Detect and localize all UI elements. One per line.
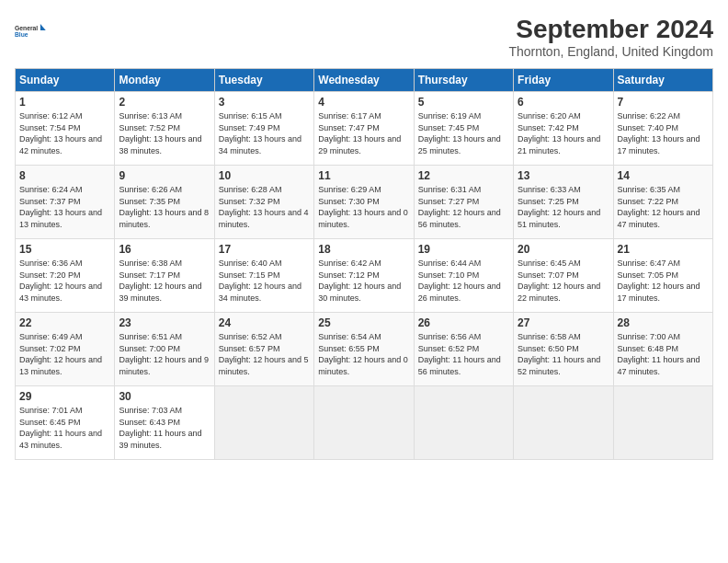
calendar-cell: 13Sunrise: 6:33 AMSunset: 7:25 PMDayligh…	[514, 166, 613, 239]
day-info: Sunrise: 6:24 AMSunset: 7:37 PMDaylight:…	[19, 184, 110, 230]
day-number: 5	[418, 96, 509, 109]
calendar-table: Sunday Monday Tuesday Wednesday Thursday…	[15, 68, 713, 460]
day-number: 30	[119, 390, 210, 403]
calendar-cell	[214, 386, 313, 460]
calendar-cell: 9Sunrise: 6:26 AMSunset: 7:35 PMDaylight…	[115, 166, 214, 239]
calendar-cell	[613, 386, 712, 460]
col-wednesday: Wednesday	[314, 69, 414, 92]
calendar-cell: 25Sunrise: 6:54 AMSunset: 6:55 PMDayligh…	[314, 313, 414, 386]
day-info: Sunrise: 6:22 AMSunset: 7:40 PMDaylight:…	[618, 110, 709, 156]
day-number: 26	[418, 316, 509, 329]
calendar-cell: 26Sunrise: 6:56 AMSunset: 6:52 PMDayligh…	[414, 313, 513, 386]
calendar-cell: 23Sunrise: 6:51 AMSunset: 7:00 PMDayligh…	[115, 313, 214, 386]
logo: GeneralBlue	[15, 15, 48, 48]
calendar-cell: 17Sunrise: 6:40 AMSunset: 7:15 PMDayligh…	[214, 239, 313, 313]
day-number: 12	[418, 169, 509, 182]
day-info: Sunrise: 6:19 AMSunset: 7:45 PMDaylight:…	[418, 110, 509, 156]
day-number: 1	[19, 96, 110, 109]
svg-marker-2	[40, 24, 46, 30]
calendar-cell: 12Sunrise: 6:31 AMSunset: 7:27 PMDayligh…	[414, 166, 513, 239]
day-info: Sunrise: 6:38 AMSunset: 7:17 PMDaylight:…	[119, 258, 210, 304]
day-number: 9	[119, 169, 210, 182]
calendar-cell: 18Sunrise: 6:42 AMSunset: 7:12 PMDayligh…	[314, 239, 414, 313]
day-info: Sunrise: 6:31 AMSunset: 7:27 PMDaylight:…	[418, 184, 509, 230]
calendar-cell: 19Sunrise: 6:44 AMSunset: 7:10 PMDayligh…	[414, 239, 513, 313]
day-info: Sunrise: 6:56 AMSunset: 6:52 PMDaylight:…	[418, 331, 509, 377]
day-info: Sunrise: 6:35 AMSunset: 7:22 PMDaylight:…	[618, 184, 709, 230]
calendar-cell: 20Sunrise: 6:45 AMSunset: 7:07 PMDayligh…	[514, 239, 613, 313]
day-info: Sunrise: 6:26 AMSunset: 7:35 PMDaylight:…	[119, 184, 210, 230]
day-number: 11	[318, 169, 409, 182]
col-monday: Monday	[115, 69, 214, 92]
day-number: 20	[518, 243, 609, 256]
month-title: September 2024	[508, 15, 713, 44]
calendar-cell: 28Sunrise: 7:00 AMSunset: 6:48 PMDayligh…	[613, 313, 712, 386]
day-number: 14	[618, 169, 709, 182]
day-info: Sunrise: 6:13 AMSunset: 7:52 PMDaylight:…	[119, 110, 210, 156]
day-info: Sunrise: 6:54 AMSunset: 6:55 PMDaylight:…	[318, 331, 409, 377]
calendar-cell: 16Sunrise: 6:38 AMSunset: 7:17 PMDayligh…	[115, 239, 214, 313]
day-number: 28	[618, 316, 709, 329]
day-info: Sunrise: 6:51 AMSunset: 7:00 PMDaylight:…	[119, 331, 210, 377]
calendar-cell: 14Sunrise: 6:35 AMSunset: 7:22 PMDayligh…	[613, 166, 712, 239]
calendar-cell: 10Sunrise: 6:28 AMSunset: 7:32 PMDayligh…	[214, 166, 313, 239]
calendar-cell: 29Sunrise: 7:01 AMSunset: 6:45 PMDayligh…	[16, 386, 115, 460]
calendar-cell: 15Sunrise: 6:36 AMSunset: 7:20 PMDayligh…	[16, 239, 115, 313]
day-info: Sunrise: 6:36 AMSunset: 7:20 PMDaylight:…	[19, 258, 110, 304]
col-saturday: Saturday	[613, 69, 712, 92]
day-number: 15	[19, 243, 110, 256]
col-friday: Friday	[514, 69, 613, 92]
week-row-4: 22Sunrise: 6:49 AMSunset: 7:02 PMDayligh…	[16, 313, 713, 386]
day-number: 24	[219, 316, 310, 329]
svg-text:Blue: Blue	[15, 31, 28, 38]
svg-text:General: General	[15, 25, 38, 31]
day-number: 2	[119, 96, 210, 109]
calendar-cell: 24Sunrise: 6:52 AMSunset: 6:57 PMDayligh…	[214, 313, 313, 386]
day-number: 3	[219, 96, 310, 109]
calendar-cell: 8Sunrise: 6:24 AMSunset: 7:37 PMDaylight…	[16, 166, 115, 239]
calendar-cell: 30Sunrise: 7:03 AMSunset: 6:43 PMDayligh…	[115, 386, 214, 460]
header-row: Sunday Monday Tuesday Wednesday Thursday…	[16, 69, 713, 92]
day-info: Sunrise: 7:03 AMSunset: 6:43 PMDaylight:…	[119, 405, 210, 451]
day-info: Sunrise: 6:15 AMSunset: 7:49 PMDaylight:…	[219, 110, 310, 156]
day-info: Sunrise: 6:42 AMSunset: 7:12 PMDaylight:…	[318, 258, 409, 304]
day-info: Sunrise: 7:00 AMSunset: 6:48 PMDaylight:…	[618, 331, 709, 377]
logo-icon: GeneralBlue	[15, 15, 48, 48]
location: Thornton, England, United Kingdom	[508, 44, 713, 59]
day-number: 8	[19, 169, 110, 182]
calendar-cell: 27Sunrise: 6:58 AMSunset: 6:50 PMDayligh…	[514, 313, 613, 386]
day-info: Sunrise: 6:29 AMSunset: 7:30 PMDaylight:…	[318, 184, 409, 230]
day-info: Sunrise: 6:20 AMSunset: 7:42 PMDaylight:…	[518, 110, 609, 156]
day-info: Sunrise: 6:17 AMSunset: 7:47 PMDaylight:…	[318, 110, 409, 156]
col-tuesday: Tuesday	[214, 69, 313, 92]
day-number: 23	[119, 316, 210, 329]
day-number: 17	[219, 243, 310, 256]
calendar-cell	[514, 386, 613, 460]
col-sunday: Sunday	[16, 69, 115, 92]
col-thursday: Thursday	[414, 69, 513, 92]
calendar-cell: 7Sunrise: 6:22 AMSunset: 7:40 PMDaylight…	[613, 92, 712, 166]
day-number: 19	[418, 243, 509, 256]
day-number: 29	[19, 390, 110, 403]
calendar-cell: 1Sunrise: 6:12 AMSunset: 7:54 PMDaylight…	[16, 92, 115, 166]
day-info: Sunrise: 6:44 AMSunset: 7:10 PMDaylight:…	[418, 258, 509, 304]
week-row-2: 8Sunrise: 6:24 AMSunset: 7:37 PMDaylight…	[16, 166, 713, 239]
day-info: Sunrise: 7:01 AMSunset: 6:45 PMDaylight:…	[19, 405, 110, 451]
day-info: Sunrise: 6:33 AMSunset: 7:25 PMDaylight:…	[518, 184, 609, 230]
week-row-1: 1Sunrise: 6:12 AMSunset: 7:54 PMDaylight…	[16, 92, 713, 166]
calendar-cell: 21Sunrise: 6:47 AMSunset: 7:05 PMDayligh…	[613, 239, 712, 313]
day-number: 25	[318, 316, 409, 329]
day-number: 16	[119, 243, 210, 256]
day-info: Sunrise: 6:40 AMSunset: 7:15 PMDaylight:…	[219, 258, 310, 304]
day-info: Sunrise: 6:12 AMSunset: 7:54 PMDaylight:…	[19, 110, 110, 156]
day-info: Sunrise: 6:28 AMSunset: 7:32 PMDaylight:…	[219, 184, 310, 230]
day-number: 13	[518, 169, 609, 182]
day-number: 22	[19, 316, 110, 329]
day-number: 21	[618, 243, 709, 256]
day-number: 18	[318, 243, 409, 256]
calendar-cell: 4Sunrise: 6:17 AMSunset: 7:47 PMDaylight…	[314, 92, 414, 166]
calendar-cell	[414, 386, 513, 460]
day-number: 6	[518, 96, 609, 109]
title-block: September 2024 Thornton, England, United…	[508, 15, 713, 59]
day-number: 4	[318, 96, 409, 109]
